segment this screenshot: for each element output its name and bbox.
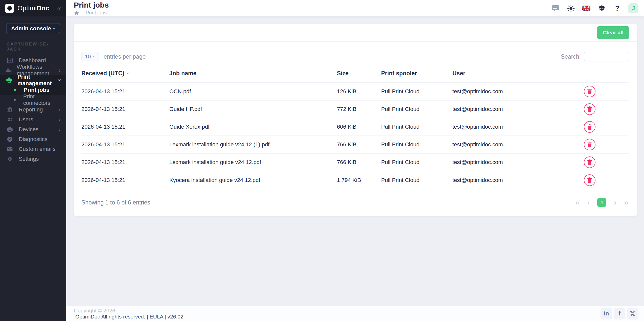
avatar[interactable]: J	[628, 3, 638, 13]
table-row: 2026-04-13 15:21 Guide Xerox.pdf 606 KiB…	[81, 118, 629, 136]
search-wrap: Search:	[561, 52, 629, 61]
main-area: Print jobs - Print jobs	[66, 0, 644, 321]
entries-per-page-select[interactable]: 10 ›	[81, 52, 99, 61]
table-controls: 10 › entries per page Search:	[81, 52, 629, 61]
search-input[interactable]	[584, 52, 629, 61]
column-job-name[interactable]: Job name	[169, 66, 337, 83]
theme-sun-icon[interactable]	[567, 5, 575, 12]
last-page-button[interactable]: »	[624, 199, 628, 206]
table-header-row: Received (UTC) Job name Size Print spool…	[81, 66, 629, 83]
topbar-icons: ? J	[551, 3, 638, 13]
title-wrap: Print jobs - Print jobs	[74, 1, 109, 16]
gear-icon	[6, 156, 14, 162]
sidebar-item-users[interactable]: Users ›	[0, 114, 66, 124]
column-actions	[584, 66, 629, 83]
table-row: 2026-04-13 15:21 Guide HP.pdf 772 KiB Pu…	[81, 100, 629, 118]
sidebar-item-print-connectors[interactable]: Print connectors	[0, 95, 66, 105]
table-row: 2026-04-13 15:21 Lexmark installation gu…	[81, 136, 629, 153]
first-page-button[interactable]: «	[576, 199, 580, 206]
table-row: 2026-04-13 15:21 Kyocera installation gu…	[81, 171, 629, 189]
notifications-icon[interactable]	[551, 5, 560, 12]
content: Clear all 10 › entries per page Search:	[66, 16, 644, 306]
gauge-icon	[6, 136, 14, 143]
breadcrumb-current: Print jobs	[86, 10, 107, 16]
column-size[interactable]: Size	[337, 66, 381, 83]
print-management-group: Print management › Print jobs	[0, 75, 66, 95]
chevron-down-icon: ›	[51, 28, 57, 29]
academy-icon[interactable]	[597, 5, 606, 12]
search-label: Search:	[561, 53, 581, 60]
bank-icon	[6, 106, 14, 113]
entries-per-page-label: entries per page	[104, 53, 146, 60]
trash-icon	[587, 88, 592, 95]
column-user[interactable]: User	[452, 66, 584, 83]
card-body: 10 › entries per page Search: Recei	[74, 42, 637, 216]
sidebar-item-reporting[interactable]: Reporting ›	[0, 105, 66, 114]
chevron-right-icon: ›	[59, 107, 61, 113]
x-icon[interactable]	[627, 308, 638, 319]
users-icon	[6, 116, 14, 123]
breadcrumb-separator: -	[82, 10, 83, 16]
sidebar-item-diagnostics[interactable]: Diagnostics	[0, 134, 66, 144]
table-footer: Showing 1 to 6 of 6 entries « ‹ 1 › »	[81, 198, 629, 207]
chevron-right-icon: ›	[59, 67, 61, 73]
copyright: Copyright © 2026 OptimiDoc All rights re…	[74, 308, 183, 320]
showing-entries-text: Showing 1 to 6 of 6 entries	[81, 199, 150, 206]
column-print-spooler[interactable]: Print spooler	[381, 66, 452, 83]
table-row: 2026-04-13 15:21 Lexmark installation gu…	[81, 153, 629, 171]
optimidoc-logo-icon[interactable]	[5, 4, 14, 13]
current-page-button[interactable]: 1	[597, 198, 606, 207]
table-row: 2026-04-13 15:21 OCN.pdf 126 KiB Pull Pr…	[81, 83, 629, 100]
print-jobs-card: Clear all 10 › entries per page Search:	[74, 24, 637, 216]
console-selector[interactable]: Admin console ›	[6, 23, 60, 34]
bullet-icon	[11, 99, 19, 101]
help-icon[interactable]: ?	[613, 4, 622, 12]
delete-job-button[interactable]	[584, 103, 595, 115]
column-received[interactable]: Received (UTC)	[81, 66, 169, 83]
social-links: in f	[601, 308, 638, 319]
next-page-button[interactable]: ›	[614, 199, 616, 206]
sidebar: OptimiDoc « Admin console › CAPTUREWISE-…	[0, 0, 66, 321]
clear-all-button[interactable]: Clear all	[597, 26, 629, 39]
chevron-down-icon: ›	[92, 56, 98, 58]
card-header: Clear all	[74, 24, 637, 42]
chevron-right-icon: ›	[59, 117, 61, 123]
delete-job-button[interactable]	[584, 174, 595, 186]
printer-icon	[6, 77, 13, 83]
sidebar-item-devices[interactable]: Devices ›	[0, 124, 66, 134]
sidebar-item-print-management[interactable]: Print management ›	[0, 75, 66, 85]
console-selector-label: Admin console	[11, 25, 51, 32]
chart-icon	[6, 57, 14, 64]
linkedin-icon[interactable]: in	[601, 308, 612, 319]
active-bullet-icon	[11, 89, 19, 91]
delete-job-button[interactable]	[584, 139, 595, 150]
brand-name: OptimiDoc	[17, 4, 49, 12]
logo-bar: OptimiDoc «	[0, 0, 66, 16]
facebook-icon[interactable]: f	[614, 308, 625, 319]
delete-job-button[interactable]	[584, 156, 595, 168]
sidebar-item-settings[interactable]: Settings	[0, 154, 66, 164]
delete-job-button[interactable]	[584, 121, 595, 133]
chevron-down-icon: ›	[57, 79, 63, 81]
workflow-icon	[6, 67, 12, 74]
previous-page-button[interactable]: ‹	[587, 199, 590, 206]
sidebar-item-custom-emails[interactable]: Custom emails	[0, 144, 66, 154]
chevron-right-icon: ›	[59, 126, 61, 132]
footer: Copyright © 2026 OptimiDoc All rights re…	[66, 306, 644, 321]
print-jobs-table: Received (UTC) Job name Size Print spool…	[81, 66, 629, 189]
envelope-icon	[6, 146, 14, 152]
pagination: « ‹ 1 › »	[576, 198, 629, 207]
sidebar-collapse-icon[interactable]: «	[57, 5, 61, 12]
sidebar-nav: Dashboard Workflows management ›	[0, 55, 66, 164]
page-title: Print jobs	[74, 1, 109, 9]
devices-printer-icon	[6, 126, 14, 133]
sort-chevron-icon	[126, 72, 130, 75]
home-icon[interactable]	[74, 10, 79, 15]
topbar: Print jobs - Print jobs	[66, 0, 644, 16]
tenant-section-label: CAPTUREWISE-JACK	[7, 42, 60, 52]
delete-job-button[interactable]	[584, 86, 595, 97]
breadcrumb: - Print jobs	[74, 10, 109, 16]
language-flag-uk-icon[interactable]	[582, 6, 591, 11]
